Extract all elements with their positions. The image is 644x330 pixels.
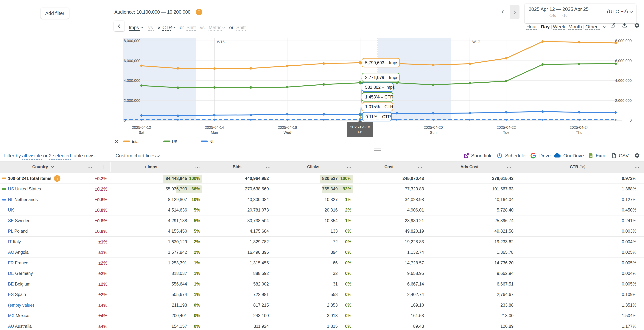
svg-text:5,799,693 – Imps: 5,799,693 – Imps xyxy=(365,60,398,65)
svg-text:2025-04-18: 2025-04-18 xyxy=(350,125,370,129)
svg-text:2025-04-14: 2025-04-14 xyxy=(205,125,224,130)
svg-text:1.015% – CTR: 1.015% – CTR xyxy=(365,104,393,109)
svg-text:8,000,000: 8,000,000 xyxy=(615,39,632,43)
svg-text:582,802 – Imps: 582,802 – Imps xyxy=(365,85,395,90)
svg-text:4,000,000: 4,000,000 xyxy=(615,79,632,83)
svg-text:Sat: Sat xyxy=(139,130,144,135)
svg-text:Mon: Mon xyxy=(211,130,218,135)
svg-text:Sun: Sun xyxy=(430,130,436,135)
svg-text:Fri: Fri xyxy=(358,130,362,134)
svg-text:2,000,000: 2,000,000 xyxy=(124,99,140,103)
svg-text:2025-04-12: 2025-04-12 xyxy=(132,125,151,130)
svg-text:Wed: Wed xyxy=(284,130,291,135)
svg-text:8,000,000: 8,000,000 xyxy=(124,39,140,43)
svg-text:3,771,079 – Imps: 3,771,079 – Imps xyxy=(365,75,398,80)
svg-text:Tue: Tue xyxy=(503,130,510,135)
svg-text:6,000,000: 6,000,000 xyxy=(124,59,140,63)
svg-text:0.11% – CTR: 0.11% – CTR xyxy=(366,114,391,119)
svg-text:2025-04-20: 2025-04-20 xyxy=(424,125,443,130)
svg-text:1.453% – CTR: 1.453% – CTR xyxy=(365,95,393,99)
svg-text:W17: W17 xyxy=(472,40,480,44)
svg-text:2025-04-24: 2025-04-24 xyxy=(570,125,589,130)
svg-text:0: 0 xyxy=(630,118,632,122)
svg-text:W16: W16 xyxy=(217,40,224,44)
svg-text:2025-04-22: 2025-04-22 xyxy=(497,125,516,130)
svg-text:4,000,000: 4,000,000 xyxy=(124,79,140,83)
svg-text:0: 0 xyxy=(124,118,126,122)
svg-text:Thu: Thu xyxy=(576,130,582,135)
svg-text:6,000,000: 6,000,000 xyxy=(615,59,632,63)
svg-text:2,000,000: 2,000,000 xyxy=(615,99,632,103)
svg-text:2025-04-16: 2025-04-16 xyxy=(278,125,297,130)
